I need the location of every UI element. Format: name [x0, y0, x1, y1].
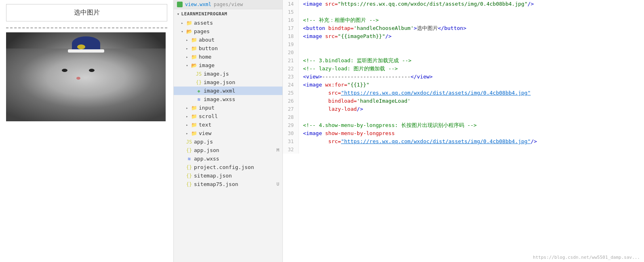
val-token: 'handleChooseAlbum': [354, 25, 414, 31]
folder-icon: 📁: [191, 54, 197, 60]
line-number: 28: [283, 113, 299, 121]
tree-item-image-wxss[interactable]: ≋image.wxss: [174, 95, 282, 104]
code-line-31: 31 src="https://res.wx.qq.com/wxdoc/dist…: [283, 137, 644, 146]
tree-item-label: image.json: [204, 79, 235, 85]
file-tree-panel: view.wxml pages/view ▾LEARNMINIPROGRAM▸📁…: [174, 0, 283, 262]
tree-item-label: home: [199, 54, 211, 60]
folder-icon: 📁: [191, 37, 197, 43]
url-token: "https://res.wx.qq.com/wxdoc/dist/assets…: [341, 138, 531, 144]
tree-item-sitemap75[interactable]: {}sitemap75.jsonU: [174, 180, 282, 188]
tree-item-label: app.json: [194, 147, 219, 153]
tree-item-image-json[interactable]: {}image.json: [174, 78, 282, 87]
tag-token: <image: [303, 1, 322, 7]
attr-token: bindload=: [303, 98, 357, 104]
code-line-32: 32: [283, 146, 644, 154]
line-content: src="https://res.wx.qq.com/wxdoc/dist/as…: [299, 89, 644, 97]
line-number: 27: [283, 105, 299, 113]
preview-image-container: [6, 32, 167, 258]
line-number: 31: [283, 137, 299, 146]
tree-item-label: pages: [194, 28, 210, 34]
code-line-19: 19: [283, 40, 644, 49]
line-number: 26: [283, 97, 299, 105]
val-token: 'handleImageLoad': [357, 98, 410, 104]
tree-item-about[interactable]: ▸📁about: [174, 36, 282, 44]
code-line-17: 17<button bindtap='handleChooseAlbum'>选中…: [283, 24, 644, 32]
folder-icon: 📁: [186, 20, 192, 26]
line-content: <!-- lazy-load: 图片的懒加载 -->: [299, 65, 644, 73]
json-icon: {}: [196, 80, 202, 85]
folder-chevron-icon: ▾: [185, 63, 189, 68]
root-label-text: LEARNMINIPROGRAM: [181, 11, 227, 17]
json-icon: {}: [186, 165, 192, 170]
line-number: 15: [283, 8, 299, 16]
tree-item-view[interactable]: ▸📁view: [174, 129, 282, 137]
line-number: 32: [283, 146, 299, 154]
folder-icon: 📁: [191, 105, 197, 111]
tree-item-input[interactable]: ▸📁input: [174, 104, 282, 112]
folder-chevron-icon: ▸: [185, 38, 189, 42]
attr-token: bindtap=: [325, 25, 354, 31]
tag-token: <view>: [303, 74, 322, 80]
root-label[interactable]: ▾LEARNMINIPROGRAM: [174, 9, 282, 19]
line-content: bindload='handleImageLoad': [299, 97, 644, 105]
tree-item-image-wxml[interactable]: ◈image.wxml: [174, 87, 282, 95]
folder-chevron-icon: ▸: [185, 46, 189, 51]
tree-item-image[interactable]: ▾📂image: [174, 61, 282, 70]
url-token: "https://res.wx.qq.com/wxdoc/dist/assets…: [341, 90, 531, 96]
code-line-16: 16<!-- 补充：相册中的图片 -->: [283, 16, 644, 24]
tree-item-scroll[interactable]: ▸📁scroll: [174, 112, 282, 120]
tree-item-label: app.js: [194, 139, 213, 145]
attr-token: src=: [322, 33, 338, 39]
text-token: 选中图片: [417, 25, 438, 31]
tree-item-app-wxss[interactable]: ≋app.wxss: [174, 154, 282, 163]
attr-token: src=: [322, 1, 338, 7]
tag-token: />: [528, 1, 534, 7]
code-lines: 14<image src="https://res.wx.qq.com/wxdo…: [283, 0, 644, 154]
tag-token: <button: [303, 25, 325, 31]
tree-item-pages[interactable]: ▾📂pages: [174, 27, 282, 36]
tree-item-button[interactable]: ▸📁button: [174, 44, 282, 53]
line-content: <image src="https://res.wx.qq.com/wxdoc/…: [299, 0, 644, 8]
line-content: <image wx:for="{{1}}": [299, 81, 644, 89]
tree-item-image-js[interactable]: JSimage.js: [174, 70, 282, 78]
wxml-icon: ◈: [196, 88, 202, 94]
line-number: 16: [283, 16, 299, 24]
tree-item-app-json[interactable]: {}app.jsonM: [174, 146, 282, 154]
tree-item-label: view: [199, 130, 211, 136]
js-icon: JS: [196, 71, 202, 77]
code-line-30: 30<image show-menu-by-longpress: [283, 129, 644, 137]
json-icon: {}: [186, 173, 192, 179]
json-icon: {}: [186, 182, 192, 187]
tag-token: <image: [303, 33, 322, 39]
tree-item-home[interactable]: ▸📁home: [174, 53, 282, 61]
tag-token: <image: [303, 82, 322, 88]
folder-chevron-icon: ▾: [180, 30, 184, 34]
code-line-29: 29<!-- 4.show-menu-by-longpress: 长按图片出现识…: [283, 121, 644, 129]
code-panel: 14<image src="https://res.wx.qq.com/wxdo…: [283, 0, 644, 262]
code-line-21: 21<!-- 3.bindload: 监听图片加载完成 -->: [283, 57, 644, 65]
folder-icon: 📁: [191, 122, 197, 128]
tree-item-project-config[interactable]: {}project.config.json: [174, 163, 282, 171]
tag-token: <image: [303, 130, 322, 136]
preview-header: 选中图片: [6, 4, 167, 21]
line-number: 22: [283, 65, 299, 73]
tree-item-label: button: [199, 45, 218, 51]
cat-bg: [6, 32, 166, 121]
line-number: 25: [283, 89, 299, 97]
folder-chevron-icon: ▸: [185, 55, 189, 59]
tree-item-sitemap[interactable]: {}sitemap.json: [174, 171, 282, 180]
cat-image: [6, 32, 166, 121]
folder-chevron-icon: ▸: [185, 114, 189, 118]
tree-item-label: image: [199, 62, 215, 68]
comment-token: <!-- 补充：相册中的图片 -->: [303, 17, 379, 23]
tag-token: >: [414, 25, 417, 31]
tree-item-text[interactable]: ▸📁text: [174, 120, 282, 129]
wxml-icon: [177, 2, 183, 7]
tree-item-label: project.config.json: [194, 164, 254, 170]
top-file-name[interactable]: view.wxml: [185, 2, 211, 7]
tree-item-app-js[interactable]: JSapp.js: [174, 137, 282, 146]
tree-item-assets[interactable]: ▸📁assets: [174, 19, 282, 27]
code-line-27: 27 lazy-load/>: [283, 105, 644, 113]
tree-item-label: image.wxml: [204, 88, 235, 94]
code-line-20: 20: [283, 49, 644, 57]
